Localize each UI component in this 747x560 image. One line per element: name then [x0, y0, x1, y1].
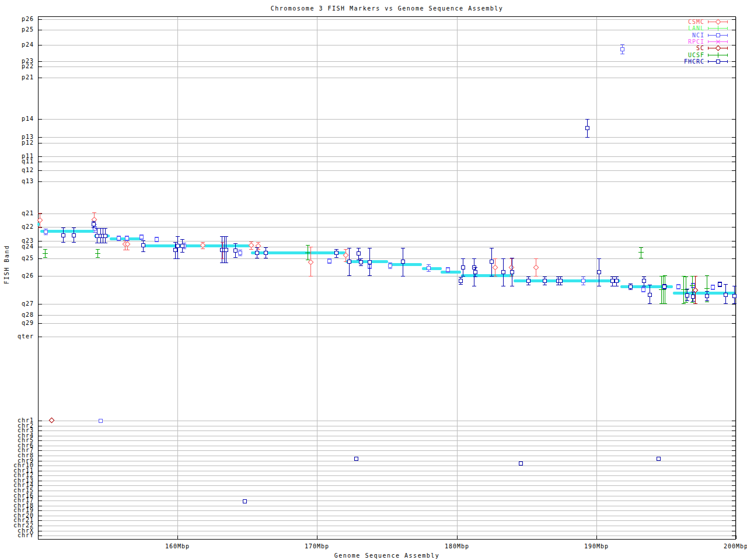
FHCRC-marker	[92, 222, 96, 226]
legend-marker-fhcrc	[716, 60, 720, 64]
error-cap-top	[224, 236, 228, 237]
error-cap-bottom	[648, 303, 652, 304]
FHCRC-marker	[473, 270, 477, 274]
ideogram-segment	[40, 230, 95, 233]
error-cap-top	[459, 277, 463, 278]
legend-label: RPCI	[629, 38, 704, 45]
error-cap-bottom	[264, 258, 268, 258]
FHCRC-marker	[461, 265, 465, 270]
error-cap-top	[610, 276, 615, 277]
FHCRC-marker	[558, 279, 563, 283]
chart-title: Chromosome 3 FISH Markers vs Genome Sequ…	[38, 5, 736, 12]
error-cap-bottom	[155, 242, 159, 242]
y-band-p24-label: p24	[0, 42, 34, 48]
legend-marker-ucsf	[715, 52, 721, 58]
error-cap-top	[347, 248, 351, 249]
error-cap-bottom	[705, 302, 709, 302]
error-cap-bottom	[682, 303, 686, 304]
error-cap-top	[103, 228, 107, 229]
error-cap-bottom	[93, 232, 97, 233]
FHCRC-marker	[732, 294, 736, 298]
FHCRC-marker	[368, 260, 372, 264]
error-cap-top	[180, 239, 184, 240]
FHCRC-marker	[526, 279, 530, 283]
error-cap-top	[233, 243, 238, 244]
y-band-qter-label: qter	[0, 334, 34, 340]
y-band-p21-label: p21	[0, 75, 34, 80]
error-cap-bottom	[44, 235, 48, 235]
FHCRC-marker	[705, 294, 709, 298]
error-cap-bottom	[72, 242, 76, 243]
y-band-q27-label: q27	[0, 301, 34, 307]
error-cap-bottom	[690, 302, 694, 303]
error-cap-bottom	[368, 275, 372, 276]
FHCRC-marker	[615, 279, 619, 283]
FHCRC-marker	[180, 244, 184, 248]
bar-v	[308, 250, 308, 256]
y-band-q26-label: q26	[0, 273, 34, 279]
error-cap-top	[690, 276, 694, 276]
error-cap-bottom	[597, 286, 601, 286]
error-cap-bottom	[685, 300, 689, 301]
legend-sample-cap-right	[727, 47, 728, 50]
error-cap-top	[141, 240, 145, 241]
error-cap-top	[663, 275, 667, 276]
error-cap-bottom	[718, 286, 722, 287]
NCI-marker	[44, 230, 48, 234]
legend-sample-cap-left	[708, 60, 708, 63]
FHCRC-marker	[61, 233, 65, 237]
error-cap-bottom	[472, 286, 476, 286]
error-cap-bottom	[543, 285, 547, 285]
error-cap-bottom	[334, 257, 338, 258]
error-cap-bottom	[473, 276, 477, 277]
UCSF-marker	[690, 283, 695, 288]
error-cap-bottom	[201, 249, 205, 249]
FHCRC-marker	[691, 295, 695, 299]
legend-sample-cap-right	[727, 27, 728, 30]
error-cap-top	[357, 248, 361, 249]
y-band-q28-label: q28	[0, 312, 34, 318]
FHCRC-marker	[543, 279, 547, 283]
y-band-q29-label: q29	[0, 320, 34, 326]
error-cap-bottom	[103, 243, 107, 243]
UCSF-marker	[683, 287, 689, 292]
legend-sample-cap-left	[708, 40, 708, 43]
error-cap-bottom	[641, 292, 645, 292]
error-cap-bottom	[38, 228, 42, 228]
NCI-marker	[711, 285, 715, 289]
FHCRC-marker	[657, 457, 661, 461]
legend-marker-nci	[716, 33, 720, 37]
ideogram-segment	[422, 267, 442, 270]
error-cap-top	[334, 249, 338, 250]
bar-v	[707, 286, 707, 291]
error-cap-bottom	[501, 286, 505, 286]
FHCRC-marker	[173, 248, 177, 252]
error-cap-bottom	[249, 249, 253, 250]
legend-sample-cap-left	[708, 34, 708, 37]
error-cap-top	[472, 258, 476, 259]
error-cap-top	[648, 285, 652, 285]
legend-sample-cap-right	[727, 20, 728, 23]
error-cap-bottom	[233, 257, 238, 258]
legend-label: NCI	[629, 32, 704, 38]
UCSF-marker	[638, 250, 644, 255]
bar-v	[686, 287, 686, 292]
UCSF-marker	[704, 286, 710, 291]
y-band-p26-label: p26	[0, 16, 34, 22]
error-cap-top	[629, 284, 633, 284]
error-cap-bottom	[711, 289, 715, 290]
error-cap-top	[255, 247, 259, 248]
FHCRC-marker	[141, 243, 145, 247]
FHCRC-marker	[718, 282, 722, 286]
legend-label: UCSF	[629, 52, 704, 58]
error-cap-bottom	[620, 54, 624, 54]
error-cap-bottom	[238, 256, 242, 256]
FHCRC-marker	[255, 251, 259, 255]
error-bar	[665, 275, 665, 303]
error-cap-bottom	[490, 276, 494, 276]
FHCRC-marker	[459, 279, 463, 283]
error-cap-bottom	[585, 137, 589, 138]
error-cap-top	[493, 258, 497, 259]
error-cap-top	[368, 248, 372, 249]
error-cap-top	[306, 245, 310, 246]
